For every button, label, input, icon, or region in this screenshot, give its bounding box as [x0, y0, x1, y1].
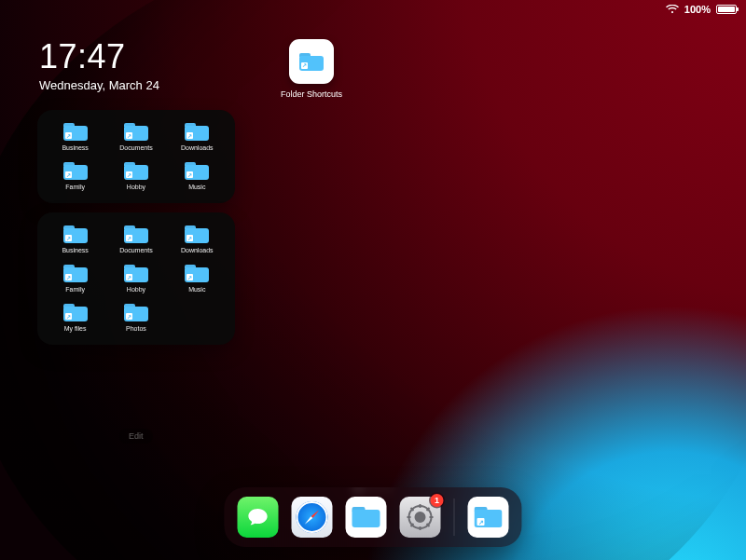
dock-app-files[interactable] — [346, 497, 387, 538]
dock-app-settings[interactable]: 1 — [400, 497, 441, 538]
widget-item[interactable]: Business — [45, 222, 105, 261]
widget-item[interactable]: Family — [45, 158, 105, 198]
widget-item[interactable]: My files — [45, 300, 105, 339]
widget-item[interactable]: Documents — [105, 222, 166, 261]
notification-badge: 1 — [431, 494, 444, 507]
widget-item[interactable]: Downloads — [167, 119, 228, 158]
widget-item[interactable]: Downloads — [167, 222, 228, 261]
folder-shortcuts-icon — [289, 39, 334, 84]
widget-item[interactable]: Family — [45, 261, 105, 300]
svg-point-1 — [416, 512, 425, 522]
battery-icon — [716, 5, 737, 14]
app-label: Folder Shortcuts — [274, 89, 349, 99]
battery-percent: 100% — [684, 4, 711, 15]
widget-item[interactable]: Music — [167, 158, 228, 198]
dock-app-messages[interactable] — [238, 497, 279, 538]
widget-item[interactable]: Business — [45, 119, 105, 158]
clock-date: Wednesday, March 24 — [39, 78, 159, 92]
widget-item[interactable]: Hobby — [105, 158, 166, 198]
wifi-icon — [666, 5, 679, 14]
dock-divider — [454, 499, 455, 536]
widget-item[interactable]: Hobby — [105, 261, 166, 300]
app-folder-shortcuts[interactable]: Folder Shortcuts — [274, 39, 349, 99]
clock-widget: 17:47 Wednesday, March 24 — [39, 37, 159, 92]
dock-app-folder-shortcuts[interactable] — [468, 497, 509, 538]
status-bar: 100% — [666, 4, 737, 15]
edit-widgets-button[interactable]: Edit — [119, 429, 153, 444]
widget-item[interactable]: Photos — [105, 300, 166, 339]
widget-item[interactable]: Documents — [105, 119, 166, 158]
today-widgets-column: Business Documents Downloads Family Hobb… — [37, 110, 235, 354]
folder-shortcuts-widget-large[interactable]: Business Documents Downloads Family Hobb… — [37, 212, 235, 345]
dock-app-safari[interactable] — [292, 497, 333, 538]
clock-time: 17:47 — [39, 37, 159, 76]
widget-item[interactable]: Music — [167, 261, 228, 300]
dock: 1 — [225, 487, 522, 547]
folder-shortcuts-widget-small[interactable]: Business Documents Downloads Family Hobb… — [37, 110, 235, 203]
